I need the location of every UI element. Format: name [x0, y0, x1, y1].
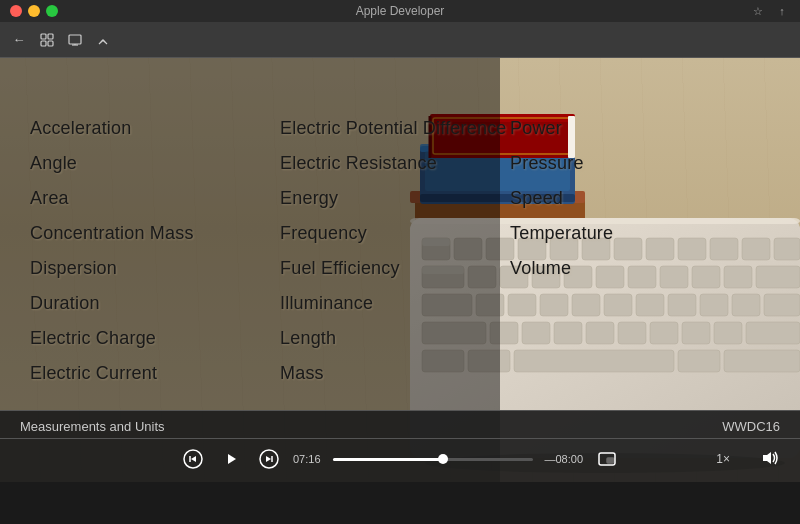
tab-button[interactable] — [36, 29, 58, 51]
list-item[interactable]: Duration — [30, 293, 280, 314]
list-item[interactable]: Electric Resistance — [280, 153, 510, 174]
screen-button[interactable] — [64, 29, 86, 51]
bookmark-icon[interactable]: ☆ — [750, 3, 766, 19]
minimize-button[interactable] — [28, 5, 40, 17]
svg-marker-81 — [763, 452, 771, 464]
list-item[interactable]: Electric Potential Difference — [280, 118, 510, 139]
list-item[interactable]: Concentration Mass — [30, 223, 280, 244]
close-button[interactable] — [10, 5, 22, 17]
time-remaining: —08:00 — [545, 453, 584, 465]
video-title-label: Measurements and Units — [20, 419, 165, 434]
list-item[interactable]: Acceleration — [30, 118, 280, 139]
maximize-button[interactable] — [46, 5, 58, 17]
play-button[interactable] — [217, 445, 245, 473]
pip-button[interactable] — [595, 447, 619, 471]
share-icon[interactable]: ↑ — [774, 3, 790, 19]
wwdc-badge: WWDC16 — [722, 419, 780, 434]
list-item[interactable]: Power — [510, 118, 630, 139]
bottom-info: Measurements and Units WWDC16 — [0, 411, 800, 438]
list-item[interactable]: Energy — [280, 188, 510, 209]
column-1: Acceleration Angle Area Concentration Ma… — [30, 118, 280, 402]
svg-rect-4 — [69, 35, 81, 44]
list-item[interactable]: Electric Current — [30, 363, 280, 384]
svg-rect-2 — [41, 41, 46, 46]
list-item[interactable]: Volume — [510, 258, 630, 279]
list-item[interactable]: Dispersion — [30, 258, 280, 279]
measurements-columns: Acceleration Angle Area Concentration Ma… — [30, 118, 770, 402]
list-item[interactable]: Area — [30, 188, 280, 209]
list-item[interactable]: Frequency — [280, 223, 510, 244]
title-bar: Apple Developer ☆ ↑ — [0, 0, 800, 22]
svg-rect-3 — [48, 41, 53, 46]
browser-toolbar: ← — [0, 22, 800, 58]
svg-rect-0 — [41, 34, 46, 39]
volume-button[interactable] — [762, 450, 780, 469]
svg-rect-80 — [607, 458, 614, 463]
list-item[interactable]: Speed — [510, 188, 630, 209]
video-area: Acceleration Angle Area Concentration Ma… — [0, 58, 800, 482]
list-item[interactable]: Temperature — [510, 223, 630, 244]
back-button[interactable]: ← — [8, 29, 30, 51]
time-current: 07:16 — [293, 453, 321, 465]
svg-rect-1 — [48, 34, 53, 39]
airplay-button[interactable] — [92, 29, 114, 51]
progress-dot — [438, 454, 448, 464]
window-title: Apple Developer — [356, 4, 445, 18]
column-2: Electric Potential Difference Electric R… — [280, 118, 510, 402]
list-item[interactable]: Angle — [30, 153, 280, 174]
column-3: Power Pressure Speed Temperature Volume — [510, 118, 630, 402]
progress-bar[interactable] — [333, 458, 533, 461]
playback-controls: 07:16 —08:00 1× — [0, 439, 800, 479]
title-bar-right: ☆ ↑ — [750, 3, 790, 19]
progress-fill — [333, 458, 443, 461]
bottom-bar: Measurements and Units WWDC16 — [0, 410, 800, 482]
svg-marker-76 — [228, 454, 236, 464]
rewind-button[interactable] — [181, 447, 205, 471]
list-item[interactable]: Mass — [280, 363, 510, 384]
list-item[interactable]: Length — [280, 328, 510, 349]
list-item[interactable]: Fuel Efficiency — [280, 258, 510, 279]
speed-label[interactable]: 1× — [716, 452, 730, 466]
list-item[interactable]: Pressure — [510, 153, 630, 174]
traffic-lights — [10, 5, 58, 17]
list-item[interactable]: Illuminance — [280, 293, 510, 314]
list-item[interactable]: Electric Charge — [30, 328, 280, 349]
forward-button[interactable] — [257, 447, 281, 471]
